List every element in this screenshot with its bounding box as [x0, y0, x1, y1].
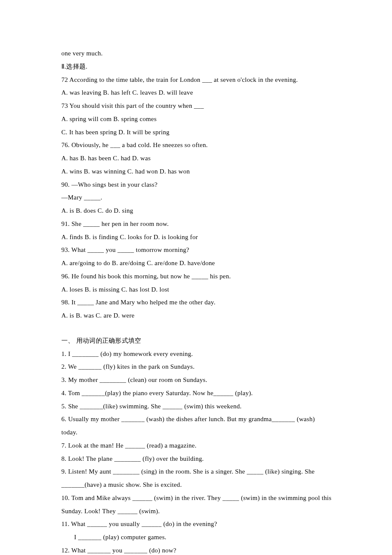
q76-options-a: A. has B. has been C. had D. was [61, 152, 332, 165]
q91: 91. She _____ her pen in her room now. [61, 217, 332, 231]
q98-options: A. is B. was C. are D. were [61, 309, 332, 322]
q73-options-b: C. It has been spring D. It will be spri… [61, 126, 332, 139]
fill-10: 10. Tom and Mike always ______ (swim) in… [61, 491, 332, 518]
q96-options: A. loses B. is missing C. has lost D. lo… [61, 283, 332, 296]
q76-options-b: A. wins B. was winning C. had won D. has… [61, 165, 332, 178]
fill-1: 1. I ________ (do) my homework every eve… [61, 347, 332, 361]
q90-options: A. is B. does C. do D. sing [61, 204, 332, 217]
fill-6: 6. Usually my mother _______ (wash) the … [61, 413, 332, 439]
fill-4: 4. Tom _______(play) the piano every Sat… [61, 387, 332, 400]
fill-7: 7. Look at the man! He ______ (read) a m… [61, 439, 332, 452]
q93: 93. What _____ you _____ tomorrow mornin… [61, 243, 332, 257]
fill-9: 9. Listen! My aunt ________ (sing) in th… [61, 465, 332, 491]
q98: 98. It _____ Jane and Mary who helped me… [61, 296, 332, 309]
fill-2: 2. We _______ (fly) kites in the park on… [61, 360, 332, 373]
q76: 76. Obviously, he ___ a bad cold. He sne… [61, 139, 332, 152]
q93-options: A. are/going to do B. are/doing C. are/d… [61, 257, 332, 270]
fill-8: 8. Look! The plane ________ (fly) over t… [61, 452, 332, 465]
section2-heading: Ⅱ.选择题. [61, 60, 332, 73]
fill-5: 5. She _______(like) swimming. She _____… [61, 400, 332, 413]
q73-options-a: A. spring will com B. spring comes [61, 113, 332, 126]
section3-heading: 一、 用动词的正确形式填空 [61, 334, 332, 347]
intro-line: one very much. [61, 47, 332, 60]
q72-options: A. was leaving B. has left C. leaves D. … [61, 86, 332, 99]
q91-options: A. finds B. is finding C. looks for D. i… [61, 231, 332, 244]
q96: 96. He found his book this morning, but … [61, 270, 332, 283]
fill-11b: I _______ (play) computer games. [61, 531, 332, 544]
q72: 72 According to the time table, the trai… [61, 73, 332, 87]
fill-11: 11. What ______ you usually ______ (do) … [61, 517, 332, 531]
fill-3: 3. My mother ________ (clean) our room o… [61, 373, 332, 387]
fill-12: 12. What _______ you _______ (do) now? [61, 544, 332, 555]
q90-line2: —Mary _____. [61, 191, 332, 204]
q90: 90. —Who sings best in your class? [61, 178, 332, 191]
q73: 73 You should visit this part of the cou… [61, 99, 332, 113]
